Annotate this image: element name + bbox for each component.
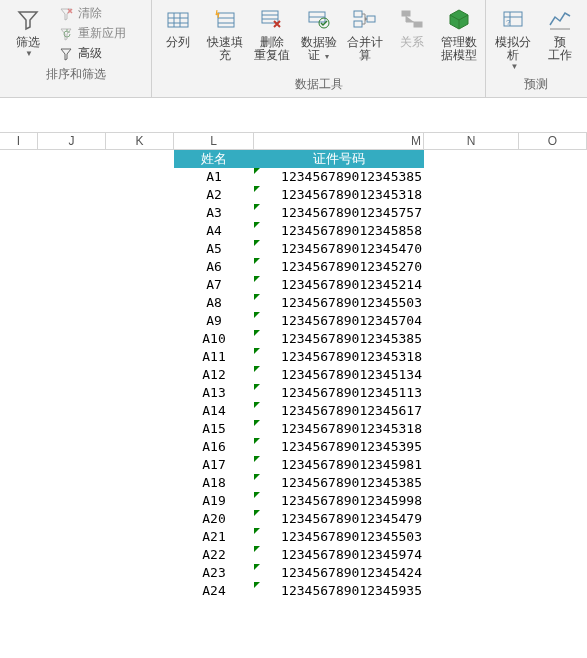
cell[interactable]: A17 [174,456,254,474]
text-to-columns-button[interactable]: 分列 ▼ [158,4,199,60]
cell[interactable] [519,438,587,456]
cell[interactable] [424,474,519,492]
cell[interactable] [106,492,174,510]
cell[interactable] [0,222,38,240]
cell[interactable] [38,312,106,330]
cell[interactable] [424,492,519,510]
cell[interactable]: 123456789012345318 [254,348,424,366]
cell[interactable]: A21 [174,528,254,546]
cell[interactable] [106,150,174,168]
cell[interactable] [519,276,587,294]
cell[interactable]: 123456789012345470 [254,240,424,258]
cell[interactable] [424,528,519,546]
consolidate-button[interactable]: 合并计算 ▼ [345,4,386,73]
cell[interactable]: A12 [174,366,254,384]
header-cell-M[interactable]: 证件号码 [254,150,424,168]
cell[interactable] [0,186,38,204]
cell[interactable] [38,204,106,222]
manage-data-model-button[interactable]: 管理数据模型 [438,4,479,64]
cell[interactable]: 123456789012345424 [254,564,424,582]
cell[interactable] [38,276,106,294]
cell[interactable]: 123456789012345998 [254,492,424,510]
cell[interactable] [106,294,174,312]
cell[interactable] [38,420,106,438]
cell[interactable] [38,564,106,582]
cell[interactable] [106,402,174,420]
cell[interactable]: A1 [174,168,254,186]
cell[interactable] [424,204,519,222]
cell[interactable] [424,510,519,528]
cell[interactable]: 123456789012345385 [254,474,424,492]
cell[interactable] [0,438,38,456]
cell[interactable] [38,186,106,204]
cell[interactable] [38,366,106,384]
cell[interactable] [106,564,174,582]
cell[interactable] [519,402,587,420]
cell[interactable]: A7 [174,276,254,294]
column-header-K[interactable]: K [106,133,174,149]
clear-button[interactable]: 清除 [56,4,128,23]
cell[interactable] [519,204,587,222]
cell[interactable]: A15 [174,420,254,438]
cell[interactable]: A10 [174,330,254,348]
cell[interactable]: A11 [174,348,254,366]
cell[interactable] [519,222,587,240]
cell[interactable] [0,546,38,564]
cell[interactable]: 123456789012345385 [254,168,424,186]
cell[interactable] [0,564,38,582]
cell[interactable]: 123456789012345479 [254,510,424,528]
column-header-L[interactable]: L [174,133,254,149]
cell[interactable]: A18 [174,474,254,492]
cell[interactable]: A5 [174,240,254,258]
cell[interactable] [106,312,174,330]
cell[interactable] [38,348,106,366]
cell[interactable] [106,330,174,348]
cell[interactable] [519,564,587,582]
cell[interactable] [519,492,587,510]
cell[interactable]: 123456789012345981 [254,456,424,474]
cell[interactable] [0,402,38,420]
cell[interactable] [106,456,174,474]
cell[interactable] [424,294,519,312]
cell[interactable] [0,510,38,528]
cell[interactable]: 123456789012345318 [254,420,424,438]
cell[interactable] [106,348,174,366]
whatif-button[interactable]: ? 模拟分析 ▼ [492,4,535,73]
cell[interactable] [424,348,519,366]
cell[interactable]: 123456789012345503 [254,294,424,312]
grid-body[interactable]: 姓名证件号码A1123456789012345385A2123456789012… [0,150,587,600]
cell[interactable] [424,456,519,474]
cell[interactable] [519,510,587,528]
cell[interactable] [38,384,106,402]
spreadsheet[interactable]: IJKLMNO 姓名证件号码A1123456789012345385A21234… [0,132,587,600]
cell[interactable] [0,312,38,330]
cell[interactable] [0,474,38,492]
cell[interactable]: A8 [174,294,254,312]
cell[interactable] [0,366,38,384]
cell[interactable]: 123456789012345385 [254,330,424,348]
cell[interactable]: A16 [174,438,254,456]
cell[interactable]: 123456789012345113 [254,384,424,402]
cell[interactable] [519,582,587,600]
cell[interactable] [106,222,174,240]
cell[interactable]: 123456789012345134 [254,366,424,384]
cell[interactable]: 123456789012345270 [254,258,424,276]
cell[interactable] [424,366,519,384]
cell[interactable]: A19 [174,492,254,510]
cell[interactable] [424,564,519,582]
cell[interactable]: A23 [174,564,254,582]
cell[interactable] [106,258,174,276]
cell[interactable]: A3 [174,204,254,222]
cell[interactable]: 123456789012345858 [254,222,424,240]
cell[interactable]: 123456789012345503 [254,528,424,546]
advanced-button[interactable]: 高级 [56,44,128,63]
cell[interactable]: A22 [174,546,254,564]
cell[interactable]: A20 [174,510,254,528]
column-header-I[interactable]: I [0,133,38,149]
cell[interactable] [106,582,174,600]
cell[interactable] [38,582,106,600]
cell[interactable]: 123456789012345757 [254,204,424,222]
cell[interactable] [106,438,174,456]
data-validation-button[interactable]: 数据验证 ▾ [298,4,339,65]
cell[interactable] [38,240,106,258]
